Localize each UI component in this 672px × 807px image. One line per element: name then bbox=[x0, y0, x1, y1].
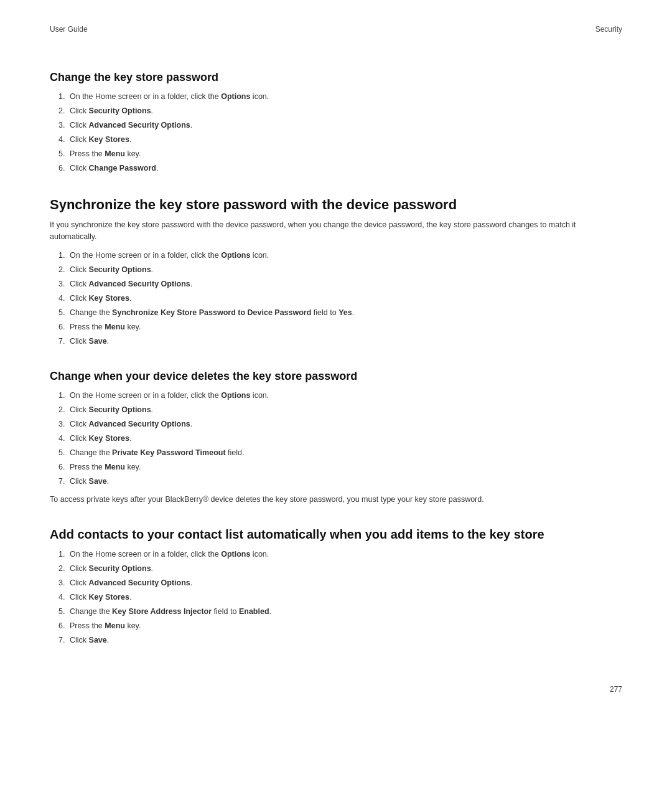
step-item: Click Key Stores. bbox=[67, 292, 622, 304]
section-title-synchronize-key-store-password: Synchronize the key store password with … bbox=[50, 197, 622, 213]
section-note-change-when-device-deletes: To access private keys after your BlackB… bbox=[50, 494, 622, 506]
step-item: Press the Menu key. bbox=[67, 148, 622, 160]
step-item: Click Key Stores. bbox=[67, 133, 622, 146]
sections-container: Change the key store passwordOn the Home… bbox=[50, 71, 622, 646]
step-item: Press the Menu key. bbox=[67, 321, 622, 333]
steps-list-change-key-store-password: On the Home screen or in a folder, click… bbox=[50, 90, 622, 174]
step-item: On the Home screen or in a folder, click… bbox=[67, 90, 622, 103]
step-item: Click Change Password. bbox=[67, 162, 622, 174]
steps-list-add-contacts-key-store: On the Home screen or in a folder, click… bbox=[50, 548, 622, 646]
step-item: Click Key Stores. bbox=[67, 432, 622, 445]
step-item: Change the Private Key Password Timeout … bbox=[67, 446, 622, 459]
step-item: Click Security Options. bbox=[67, 562, 622, 575]
step-item: Press the Menu key. bbox=[67, 620, 622, 632]
step-item: On the Home screen or in a folder, click… bbox=[67, 389, 622, 402]
section-synchronize-key-store-password: Synchronize the key store password with … bbox=[50, 197, 622, 347]
section-change-key-store-password: Change the key store passwordOn the Home… bbox=[50, 71, 622, 174]
section-description-synchronize-key-store-password: If you synchronize the key store passwor… bbox=[50, 219, 622, 243]
section-title-change-key-store-password: Change the key store password bbox=[50, 71, 622, 84]
step-item: Change the Key Store Address Injector fi… bbox=[67, 605, 622, 618]
step-item: Click Save. bbox=[67, 335, 622, 347]
step-item: On the Home screen or in a folder, click… bbox=[67, 249, 622, 262]
step-item: Click Advanced Security Options. bbox=[67, 418, 622, 430]
page-number: 277 bbox=[610, 685, 622, 694]
page-header: User Guide Security bbox=[50, 25, 622, 34]
step-item: Click Advanced Security Options. bbox=[67, 278, 622, 290]
page-container: User Guide Security Change the key store… bbox=[0, 0, 672, 719]
step-item: On the Home screen or in a folder, click… bbox=[67, 548, 622, 560]
section-change-when-device-deletes: Change when your device deletes the key … bbox=[50, 370, 622, 506]
section-title-add-contacts-key-store: Add contacts to your contact list automa… bbox=[50, 527, 622, 542]
step-item: Change the Synchronize Key Store Passwor… bbox=[67, 306, 622, 319]
step-item: Click Security Options. bbox=[67, 404, 622, 416]
header-left: User Guide bbox=[50, 25, 88, 34]
step-item: Click Save. bbox=[67, 475, 622, 488]
page-footer: 277 bbox=[610, 685, 622, 694]
section-title-change-when-device-deletes: Change when your device deletes the key … bbox=[50, 370, 622, 383]
step-item: Click Advanced Security Options. bbox=[67, 119, 622, 131]
step-item: Click Advanced Security Options. bbox=[67, 577, 622, 589]
step-item: Press the Menu key. bbox=[67, 461, 622, 473]
step-item: Click Security Options. bbox=[67, 263, 622, 276]
section-add-contacts-key-store: Add contacts to your contact list automa… bbox=[50, 527, 622, 646]
steps-list-change-when-device-deletes: On the Home screen or in a folder, click… bbox=[50, 389, 622, 488]
header-right: Security bbox=[595, 25, 622, 34]
step-item: Click Security Options. bbox=[67, 105, 622, 117]
step-item: Click Save. bbox=[67, 634, 622, 646]
steps-list-synchronize-key-store-password: On the Home screen or in a folder, click… bbox=[50, 249, 622, 347]
step-item: Click Key Stores. bbox=[67, 591, 622, 603]
